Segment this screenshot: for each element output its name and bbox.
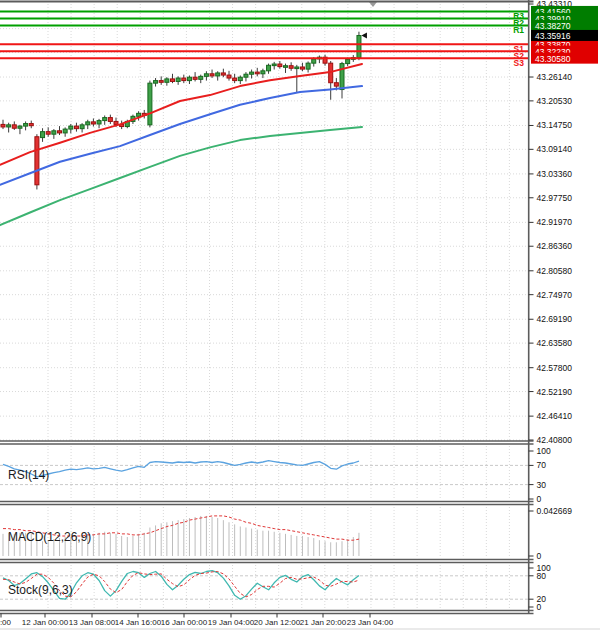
svg-text:42.40800: 42.40800 [537, 435, 573, 445]
ma-slow-green [0, 127, 362, 225]
macd-signal-line [3, 516, 359, 540]
bull-candle [357, 36, 361, 58]
time-axis-label: 23 Jan 04:00 [347, 618, 394, 627]
svg-text:43.20530: 43.20530 [537, 96, 573, 106]
time-axis-label: 20:00 [0, 618, 12, 627]
svg-text:0: 0 [537, 494, 542, 504]
svg-text:42.91970: 42.91970 [537, 217, 573, 227]
price-scale[interactable]: 43.4331043.2614043.2053043.1475043.09140… [529, 0, 598, 445]
bear-candle [171, 79, 175, 82]
bull-candle [346, 59, 350, 63]
time-axis-label: 12 Jan 00:00 [22, 618, 69, 627]
bear-candle [46, 132, 50, 135]
bull-candle [137, 113, 141, 116]
chart-canvas[interactable]: R3R2R1S1S2S343.4331043.2614043.2053043.1… [0, 0, 600, 633]
bear-candle [227, 75, 231, 78]
svg-text:43.09140: 43.09140 [537, 144, 573, 154]
bear-candle [289, 66, 293, 69]
time-axis-label: 16 Jan 00:00 [161, 618, 208, 627]
trading-chart-window: R3R2R1S1S2S343.4331043.2614043.2053043.1… [0, 0, 600, 633]
bull-candle [69, 126, 73, 129]
svg-text:42.97750: 42.97750 [537, 193, 573, 203]
moving-averages [0, 64, 362, 225]
bear-candle [300, 67, 304, 69]
time-axis[interactable]: 20:0012 Jan 00:0013 Jan 08:0014 Jan 16:0… [0, 614, 394, 628]
stoch-k-line [3, 571, 359, 600]
bull-candle [165, 79, 169, 82]
bull-candle [199, 76, 203, 79]
svg-text:42.69190: 42.69190 [537, 314, 573, 324]
chart-shift-marker [369, 2, 377, 7]
bull-candle [7, 125, 11, 127]
svg-text:80: 80 [537, 571, 547, 581]
svg-text:30: 30 [537, 480, 547, 490]
bull-candle [41, 132, 45, 138]
bear-candle [1, 124, 5, 127]
bull-candle [154, 81, 158, 84]
bear-candle [193, 77, 197, 79]
svg-text:0: 0 [537, 551, 542, 561]
bull-candle [244, 74, 248, 77]
bull-candle [306, 63, 310, 69]
bear-candle [35, 137, 39, 185]
svg-text:42.57800: 42.57800 [537, 363, 573, 373]
bear-candle [12, 125, 16, 128]
bear-candle [159, 81, 163, 83]
bull-candle [312, 59, 316, 63]
svg-text:100: 100 [537, 446, 551, 456]
pivot-label-r1: R1 [513, 25, 524, 35]
time-axis-label: 21 Jan 20:00 [300, 618, 347, 627]
svg-text:42.74970: 42.74970 [537, 290, 573, 300]
bear-candle [334, 83, 338, 86]
svg-text:43.35916: 43.35916 [535, 31, 571, 41]
time-axis-label: 20 Jan 12:00 [254, 618, 301, 627]
bull-candle [238, 77, 242, 80]
svg-text:42.63580: 42.63580 [537, 338, 573, 348]
bear-candle [233, 78, 237, 81]
bear-candle [255, 72, 259, 74]
bear-candle [108, 118, 112, 122]
bear-candle [58, 131, 62, 133]
bear-candle [74, 126, 78, 129]
bull-candle [267, 65, 271, 71]
bull-candle [187, 77, 191, 80]
pivot-label-s3: S3 [514, 58, 525, 68]
bull-candle [52, 131, 56, 134]
bull-candle [97, 121, 101, 124]
rsi-panel: 10070300 [0, 446, 551, 504]
svg-text:42.46410: 42.46410 [537, 411, 573, 421]
bull-candle [103, 118, 107, 121]
svg-text:42.80580: 42.80580 [537, 266, 573, 276]
grid [0, 4, 528, 609]
candles [1, 32, 361, 190]
bull-candle [24, 124, 28, 127]
svg-text:43.14750: 43.14750 [537, 120, 573, 130]
bull-candle [18, 126, 22, 128]
bull-candle [63, 129, 67, 133]
bull-candle [250, 72, 254, 74]
svg-text:42.52190: 42.52190 [537, 387, 573, 397]
bull-candle [284, 66, 288, 68]
svg-text:0: 0 [537, 602, 542, 612]
bull-candle [261, 71, 265, 74]
time-axis-label: 13 Jan 08:00 [69, 618, 116, 627]
bear-candle [29, 124, 33, 126]
svg-text:43.26140: 43.26140 [537, 72, 573, 82]
bull-candle [176, 78, 180, 81]
rsi-line [3, 461, 359, 477]
bull-candle [86, 122, 90, 125]
time-axis-label: 19 Jan 04:00 [208, 618, 255, 627]
bear-candle [210, 74, 214, 76]
svg-text:43.03360: 43.03360 [537, 169, 573, 179]
stoch-panel: 10080200 [0, 563, 551, 612]
svg-text:43.30580: 43.30580 [535, 54, 571, 64]
chart-markers [361, 2, 377, 38]
pivot-lines: R3R2R1S1S2S3 [0, 11, 528, 68]
bull-candle [340, 64, 344, 90]
bear-candle [91, 122, 95, 124]
bull-candle [80, 125, 84, 129]
time-axis-label: 14 Jan 16:00 [115, 618, 162, 627]
svg-text:70: 70 [537, 460, 547, 470]
svg-text:42.86360: 42.86360 [537, 241, 573, 251]
bull-candle [295, 67, 299, 69]
